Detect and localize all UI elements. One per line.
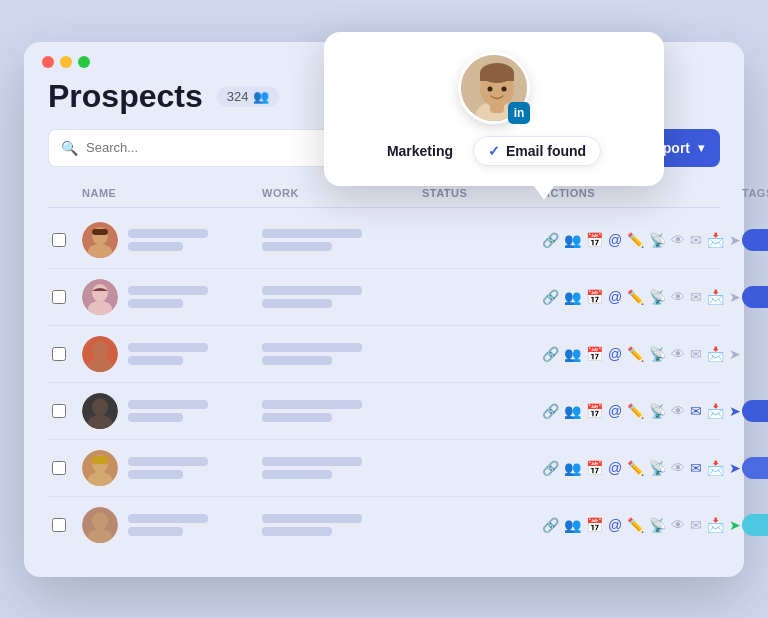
work-cell bbox=[262, 514, 422, 536]
work-line bbox=[262, 286, 362, 295]
name-lines bbox=[128, 343, 208, 365]
link-icon[interactable]: 🔗 bbox=[542, 460, 559, 476]
avatar bbox=[82, 450, 118, 486]
actions-cell: 🔗 👥 📅 @ ✏️ 📡 👁 ✉ 📩 ➤ bbox=[542, 517, 742, 533]
send-green-icon[interactable]: ➤ bbox=[729, 517, 741, 533]
maximize-dot[interactable] bbox=[78, 56, 90, 68]
people-action-icon[interactable]: 👥 bbox=[564, 346, 581, 362]
eye-icon[interactable]: 👁 bbox=[671, 346, 685, 362]
mail-icon[interactable]: ✉ bbox=[690, 232, 702, 248]
tags-cell bbox=[742, 286, 768, 308]
eye-icon[interactable]: 👁 bbox=[671, 232, 685, 248]
pencil-icon[interactable]: ✏️ bbox=[627, 460, 644, 476]
people-action-icon[interactable]: 👥 bbox=[564, 517, 581, 533]
table-row: 🔗 👥 📅 @ ✏️ 📡 👁 ✉ 📩 ➤ bbox=[48, 212, 720, 269]
link-icon[interactable]: 🔗 bbox=[542, 517, 559, 533]
calendar-icon[interactable]: 📅 bbox=[586, 517, 603, 533]
mail-icon[interactable]: ✉ bbox=[690, 403, 702, 419]
link-icon[interactable]: 🔗 bbox=[542, 346, 559, 362]
rss-icon[interactable]: 📡 bbox=[649, 289, 666, 305]
link-icon[interactable]: 🔗 bbox=[542, 403, 559, 419]
mail-icon[interactable]: ✉ bbox=[690, 517, 702, 533]
mail-icon[interactable]: ✉ bbox=[690, 346, 702, 362]
people-action-icon[interactable]: 👥 bbox=[564, 232, 581, 248]
people-action-icon[interactable]: 👥 bbox=[564, 460, 581, 476]
close-dot[interactable] bbox=[42, 56, 54, 68]
at-icon[interactable]: @ bbox=[608, 403, 622, 419]
rss-icon[interactable]: 📡 bbox=[649, 232, 666, 248]
table-row: 🔗 👥 📅 @ ✏️ 📡 👁 ✉ 📩 ➤ bbox=[48, 440, 720, 497]
envelope-icon[interactable]: 📩 bbox=[707, 517, 724, 533]
pencil-icon[interactable]: ✏️ bbox=[627, 403, 644, 419]
name-line bbox=[128, 400, 208, 409]
rss-icon[interactable]: 📡 bbox=[649, 346, 666, 362]
send-icon[interactable]: ➤ bbox=[729, 289, 741, 305]
row-checkbox[interactable] bbox=[52, 233, 66, 247]
envelope-icon[interactable]: 📩 bbox=[707, 403, 724, 419]
name-line bbox=[128, 457, 208, 466]
tag bbox=[742, 514, 768, 536]
eye-icon[interactable]: 👁 bbox=[671, 517, 685, 533]
name-subline bbox=[128, 356, 183, 365]
name-subline bbox=[128, 413, 183, 422]
at-icon[interactable]: @ bbox=[608, 346, 622, 362]
mail-icon[interactable]: ✉ bbox=[690, 289, 702, 305]
row-checkbox[interactable] bbox=[52, 461, 66, 475]
pencil-icon[interactable]: ✏️ bbox=[627, 289, 644, 305]
eye-icon[interactable]: 👁 bbox=[671, 289, 685, 305]
send-icon[interactable]: ➤ bbox=[729, 346, 741, 362]
eye-icon[interactable]: 👁 bbox=[671, 460, 685, 476]
actions-cell: 🔗 👥 📅 @ ✏️ 📡 👁 ✉ 📩 ➤ bbox=[542, 232, 742, 248]
name-lines bbox=[128, 229, 208, 251]
rss-icon[interactable]: 📡 bbox=[649, 460, 666, 476]
page-title: Prospects bbox=[48, 78, 203, 115]
envelope-icon[interactable]: 📩 bbox=[707, 232, 724, 248]
row-checkbox[interactable] bbox=[52, 518, 66, 532]
link-icon[interactable]: 🔗 bbox=[542, 232, 559, 248]
svg-point-19 bbox=[92, 398, 108, 416]
name-line bbox=[128, 343, 208, 352]
minimize-dot[interactable] bbox=[60, 56, 72, 68]
at-icon[interactable]: @ bbox=[608, 460, 622, 476]
rss-icon[interactable]: 📡 bbox=[649, 517, 666, 533]
send-icon[interactable]: ➤ bbox=[729, 403, 741, 419]
rss-icon[interactable]: 📡 bbox=[649, 403, 666, 419]
people-action-icon[interactable]: 👥 bbox=[564, 403, 581, 419]
row-checkbox[interactable] bbox=[52, 290, 66, 304]
at-icon[interactable]: @ bbox=[608, 289, 622, 305]
name-cell bbox=[82, 222, 262, 258]
link-icon[interactable]: 🔗 bbox=[542, 289, 559, 305]
pencil-icon[interactable]: ✏️ bbox=[627, 346, 644, 362]
mail-icon[interactable]: ✉ bbox=[690, 460, 702, 476]
envelope-icon[interactable]: 📩 bbox=[707, 346, 724, 362]
col-work: WORK bbox=[262, 187, 422, 199]
work-cell bbox=[262, 343, 422, 365]
svg-rect-24 bbox=[92, 456, 108, 464]
table-row: 🔗 👥 📅 @ ✏️ 📡 👁 ✉ 📩 ➤ bbox=[48, 497, 720, 553]
calendar-icon[interactable]: 📅 bbox=[586, 289, 603, 305]
name-subline bbox=[128, 470, 183, 479]
eye-icon[interactable]: 👁 bbox=[671, 403, 685, 419]
send-icon[interactable]: ➤ bbox=[729, 460, 741, 476]
calendar-icon[interactable]: 📅 bbox=[586, 403, 603, 419]
row-checkbox[interactable] bbox=[52, 404, 66, 418]
calendar-icon[interactable]: 📅 bbox=[586, 460, 603, 476]
row-checkbox[interactable] bbox=[52, 347, 66, 361]
pencil-icon[interactable]: ✏️ bbox=[627, 517, 644, 533]
work-line bbox=[262, 514, 362, 523]
svg-point-16 bbox=[92, 341, 108, 359]
at-icon[interactable]: @ bbox=[608, 232, 622, 248]
calendar-icon[interactable]: 📅 bbox=[586, 346, 603, 362]
avatar bbox=[82, 393, 118, 429]
envelope-icon[interactable]: 📩 bbox=[707, 460, 724, 476]
send-icon[interactable]: ➤ bbox=[729, 232, 741, 248]
name-lines bbox=[128, 457, 208, 479]
people-action-icon[interactable]: 👥 bbox=[564, 289, 581, 305]
pencil-icon[interactable]: ✏️ bbox=[627, 232, 644, 248]
calendar-icon[interactable]: 📅 bbox=[586, 232, 603, 248]
name-lines bbox=[128, 514, 208, 536]
envelope-icon[interactable]: 📩 bbox=[707, 289, 724, 305]
avatar bbox=[82, 279, 118, 315]
at-icon[interactable]: @ bbox=[608, 517, 622, 533]
work-line bbox=[262, 400, 362, 409]
